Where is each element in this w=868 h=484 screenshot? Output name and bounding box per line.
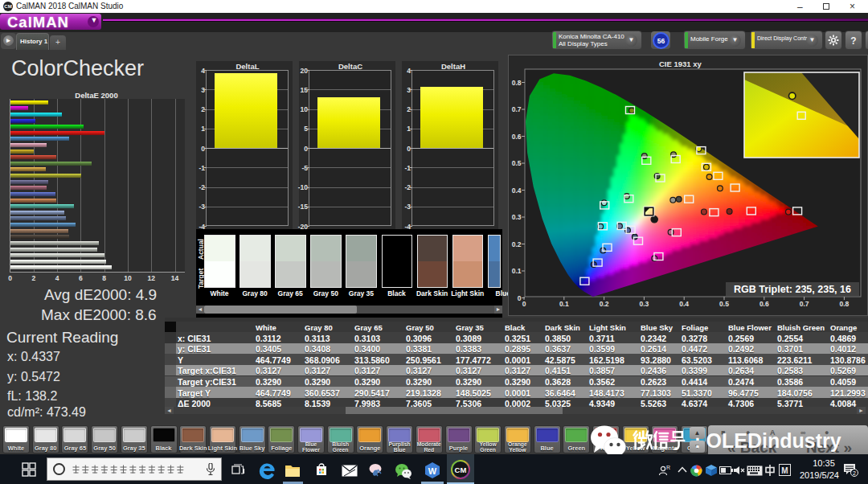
svg-text:0.7: 0.7 — [512, 105, 522, 113]
svg-text:0.2: 0.2 — [512, 240, 522, 248]
svg-text:0.5: 0.5 — [512, 159, 522, 167]
svg-text:0.5: 0.5 — [719, 300, 729, 308]
svg-text:RGB Triplet: 235, 235, 16: RGB Triplet: 235, 235, 16 — [734, 284, 851, 295]
svg-text:0.6: 0.6 — [512, 133, 522, 141]
svg-text:0.7: 0.7 — [800, 300, 809, 308]
svg-text:0.8: 0.8 — [839, 300, 849, 308]
svg-text:0.1: 0.1 — [559, 300, 569, 308]
svg-text:0: 0 — [518, 294, 522, 302]
svg-text:CM: CM — [455, 466, 467, 474]
svg-text:0.6: 0.6 — [760, 300, 769, 308]
svg-text:0.4: 0.4 — [679, 300, 689, 308]
svg-text:0.8: 0.8 — [512, 79, 522, 87]
svg-text:2: 2 — [853, 470, 856, 476]
svg-text:0.1: 0.1 — [512, 267, 522, 275]
svg-text:W: W — [428, 466, 437, 476]
svg-text:0.3: 0.3 — [639, 300, 649, 308]
svg-text:0.4: 0.4 — [512, 187, 522, 195]
svg-text:0: 0 — [522, 300, 526, 308]
svg-text:R: R — [666, 465, 670, 470]
svg-text:0.3: 0.3 — [512, 213, 522, 221]
svg-text:0.2: 0.2 — [600, 300, 609, 308]
